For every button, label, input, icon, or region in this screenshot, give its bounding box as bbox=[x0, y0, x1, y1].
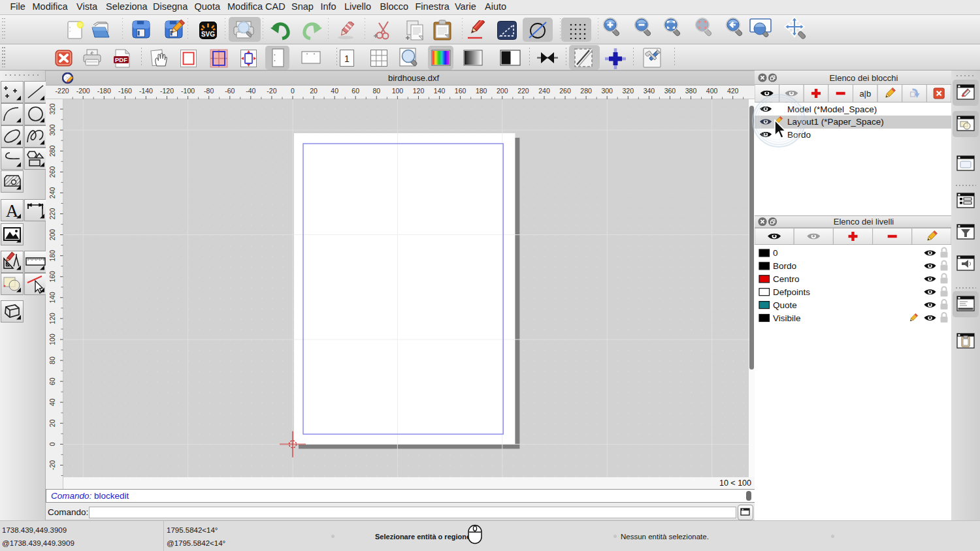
svg-text:100: 100 bbox=[392, 87, 404, 95]
svg-text:320: 320 bbox=[48, 103, 56, 115]
svg-text:100: 100 bbox=[48, 334, 56, 345]
svg-text:320: 320 bbox=[623, 87, 634, 95]
svg-text:360: 360 bbox=[664, 87, 676, 95]
svg-text:300: 300 bbox=[601, 87, 613, 95]
svg-text:-20: -20 bbox=[267, 87, 276, 95]
svg-text:80: 80 bbox=[372, 87, 380, 95]
svg-text:40: 40 bbox=[48, 398, 56, 406]
svg-text:180: 180 bbox=[48, 250, 56, 262]
svg-text:140: 140 bbox=[434, 87, 446, 95]
svg-text:Defpoints: Defpoints bbox=[773, 287, 810, 297]
svg-text:Centro: Centro bbox=[773, 274, 800, 284]
svg-text:-120: -120 bbox=[160, 87, 174, 95]
svg-text:200: 200 bbox=[48, 229, 56, 241]
svg-text:-160: -160 bbox=[118, 87, 132, 95]
svg-text:120: 120 bbox=[413, 87, 425, 95]
svg-text:420: 420 bbox=[727, 87, 739, 95]
svg-text:60: 60 bbox=[351, 87, 359, 95]
svg-text:220: 220 bbox=[48, 208, 56, 220]
svg-text:1: 1 bbox=[344, 54, 350, 64]
svg-text:340: 340 bbox=[644, 87, 655, 95]
svg-text:260: 260 bbox=[559, 87, 571, 95]
svg-text:140: 140 bbox=[48, 292, 56, 304]
svg-text:-200: -200 bbox=[76, 87, 90, 95]
svg-text:PDF: PDF bbox=[115, 56, 127, 63]
svg-text:240: 240 bbox=[538, 87, 550, 95]
svg-text:200: 200 bbox=[497, 87, 508, 95]
svg-text:-40: -40 bbox=[246, 87, 255, 95]
svg-text:180: 180 bbox=[476, 87, 487, 95]
svg-text:0: 0 bbox=[773, 248, 778, 258]
svg-text:240: 240 bbox=[48, 187, 56, 198]
svg-text:-80: -80 bbox=[204, 87, 214, 95]
svg-text:40: 40 bbox=[331, 87, 338, 95]
svg-text:Visibile: Visibile bbox=[773, 313, 801, 323]
svg-text:-140: -140 bbox=[139, 87, 153, 95]
svg-text:60: 60 bbox=[48, 377, 56, 385]
svg-text:0: 0 bbox=[291, 87, 295, 95]
svg-text:Model (*Model_Space): Model (*Model_Space) bbox=[787, 104, 877, 114]
svg-text:220: 220 bbox=[517, 87, 529, 95]
svg-text:20: 20 bbox=[310, 87, 318, 95]
svg-text:80: 80 bbox=[48, 356, 56, 364]
svg-text:280: 280 bbox=[580, 87, 592, 95]
svg-text:SVG: SVG bbox=[201, 31, 215, 38]
svg-text:260: 260 bbox=[48, 166, 56, 178]
svg-text:Bordo: Bordo bbox=[773, 261, 796, 271]
svg-text:Elenco dei livelli: Elenco dei livelli bbox=[834, 217, 894, 227]
svg-text:300: 300 bbox=[48, 124, 56, 136]
svg-text:-60: -60 bbox=[225, 87, 235, 95]
svg-text:400: 400 bbox=[706, 87, 718, 95]
svg-text:Elenco dei blocchi: Elenco dei blocchi bbox=[830, 73, 898, 83]
svg-text:0: 0 bbox=[48, 442, 56, 446]
svg-text:160: 160 bbox=[455, 87, 466, 95]
svg-text:120: 120 bbox=[48, 313, 56, 324]
svg-text:20: 20 bbox=[48, 419, 56, 427]
svg-text:160: 160 bbox=[48, 271, 56, 283]
svg-text:280: 280 bbox=[48, 145, 56, 157]
svg-text:-220: -220 bbox=[56, 87, 69, 95]
svg-text:Quote: Quote bbox=[773, 300, 797, 310]
svg-text:Layout1 (*Paper_Space): Layout1 (*Paper_Space) bbox=[787, 117, 884, 127]
svg-text:Bordo: Bordo bbox=[787, 130, 811, 140]
svg-text:-20: -20 bbox=[48, 460, 56, 470]
svg-text:a|b: a|b bbox=[859, 89, 871, 99]
svg-text:-180: -180 bbox=[97, 87, 111, 95]
svg-text:380: 380 bbox=[685, 87, 697, 95]
svg-text:A: A bbox=[6, 201, 19, 221]
svg-text:-100: -100 bbox=[181, 87, 195, 95]
